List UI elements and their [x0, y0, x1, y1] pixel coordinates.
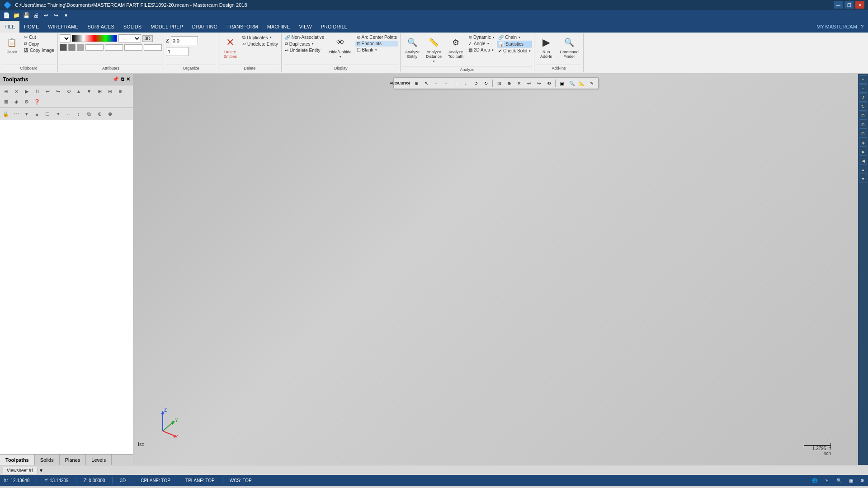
attr-select-1[interactable]: *: [60, 34, 71, 42]
tp2-btn-9[interactable]: ⧉: [84, 109, 94, 119]
status-zoom[interactable]: 🔍: [836, 478, 842, 483]
qa-undo[interactable]: ↩: [42, 11, 51, 20]
tp2-btn-10[interactable]: ⊕: [94, 109, 104, 119]
tp-btn-4[interactable]: ⏸: [32, 86, 42, 96]
tp-btn-8[interactable]: ▲: [74, 86, 84, 96]
cmd-btn-11[interactable]: ✕: [514, 79, 524, 88]
duplicates-display-button[interactable]: ⧉ Duplicates ▾: [283, 41, 326, 47]
z-value-input[interactable]: [171, 36, 198, 45]
cmd-btn-4[interactable]: →: [442, 79, 451, 88]
cmd-btn-3[interactable]: ←: [432, 79, 441, 88]
cmd-btn-16[interactable]: 🔍: [567, 79, 576, 88]
tab-levels[interactable]: Levels: [86, 455, 112, 465]
qa-save[interactable]: 💾: [22, 11, 31, 20]
angle-button[interactable]: ∠ Angle ▾: [467, 41, 496, 47]
tp-btn-2[interactable]: ✕: [11, 86, 21, 96]
rp-btn-3[interactable]: ↺: [859, 94, 867, 102]
copy-button[interactable]: ⧉ Copy: [23, 41, 56, 47]
menu-drafting[interactable]: DRAFTING: [188, 21, 222, 33]
cmd-autocursor[interactable]: AutoCursor: [396, 79, 405, 88]
rp-btn-12[interactable]: ▼: [859, 175, 867, 183]
tp-btn-1[interactable]: ⊕: [1, 86, 11, 96]
chain-button[interactable]: 🔗 Chain ▾: [497, 34, 532, 40]
attr-input[interactable]: [85, 44, 104, 51]
dynamic-button[interactable]: ≋ Dynamic ▾: [467, 34, 496, 40]
endpoints-button[interactable]: ⊡ Endpoints: [355, 41, 398, 47]
maximize-button[interactable]: ❐: [844, 1, 854, 9]
qa-new[interactable]: 📄: [2, 11, 11, 20]
menu-solids[interactable]: SOLIDS: [119, 21, 146, 33]
tp2-btn-4[interactable]: ▴: [32, 109, 42, 119]
tp2-btn-1[interactable]: 🔒: [1, 109, 11, 119]
status-cplane[interactable]: CPLANE: TOP: [141, 478, 170, 483]
rp-btn-9[interactable]: ▶: [859, 148, 867, 156]
menu-view[interactable]: VIEW: [295, 21, 316, 33]
status-globe[interactable]: 🌐: [812, 478, 817, 483]
cmd-btn-1[interactable]: ⊕: [412, 79, 421, 88]
menu-modelprep[interactable]: MODEL PREP: [146, 21, 188, 33]
tp2-btn-5[interactable]: ☐: [42, 109, 52, 119]
tp-btn-13[interactable]: ⊠: [1, 97, 11, 107]
cmd-btn-9[interactable]: ⊡: [495, 79, 504, 88]
qa-redo[interactable]: ↪: [52, 11, 61, 20]
qa-open[interactable]: 📁: [12, 11, 21, 20]
tp-btn-16[interactable]: ❓: [32, 97, 42, 107]
close-button[interactable]: ✕: [855, 1, 864, 9]
2d-area-button[interactable]: ▦ 2D Area ▾: [467, 47, 496, 53]
non-associative-button[interactable]: 🔗 Non-Associative: [283, 34, 326, 40]
tp-btn-10[interactable]: ⊞: [94, 86, 104, 96]
check-solid-button[interactable]: ✔ Check Solid ▾: [497, 48, 532, 54]
viewsheet-tab-1[interactable]: Viewsheet #1: [3, 467, 38, 474]
tab-toolpaths[interactable]: Toolpaths: [0, 455, 35, 465]
cmd-btn-18[interactable]: ✎: [587, 79, 596, 88]
cmd-btn-15[interactable]: ▣: [557, 79, 566, 88]
rp-btn-2[interactable]: −: [859, 84, 867, 93]
tp-btn-6[interactable]: ↪: [53, 86, 63, 96]
status-grid[interactable]: ▦: [849, 478, 853, 483]
arc-center-points-button[interactable]: ⊙ Arc Center Points: [355, 34, 398, 40]
tp-close-button[interactable]: ✕: [126, 76, 130, 82]
cut-button[interactable]: ✂ Cut: [23, 34, 56, 40]
tp-btn-5[interactable]: ↩: [42, 86, 52, 96]
autocursor-arrow[interactable]: ▾: [406, 81, 408, 85]
rp-btn-8[interactable]: ◈: [859, 139, 867, 147]
rp-btn-6[interactable]: ⊞: [859, 121, 867, 129]
statistics-button[interactable]: 📊 Statistics: [497, 41, 532, 47]
analyze-entity-button[interactable]: 🔍 AnalyzeEntity: [402, 34, 422, 61]
cmd-btn-13[interactable]: ↪: [534, 79, 543, 88]
hide-unhide-button[interactable]: 👁 Hide/Unhide ▾: [326, 34, 354, 61]
qa-extra[interactable]: ▾: [61, 11, 71, 20]
command-finder-button[interactable]: 🔍 CommandFinder: [557, 34, 581, 61]
tp-btn-9[interactable]: ▼: [84, 86, 94, 96]
color-swatch[interactable]: [60, 44, 67, 51]
status-mode[interactable]: 3D: [120, 478, 126, 483]
menu-wireframe[interactable]: WIREFRAME: [43, 21, 83, 33]
cmd-btn-6[interactable]: ↓: [462, 79, 471, 88]
my-mastercam-link[interactable]: MY MASTERCAM: [816, 24, 857, 29]
run-addin-button[interactable]: ▶ RunAdd-In: [536, 34, 556, 61]
menu-transform[interactable]: TRANSFORM: [222, 21, 263, 33]
tp-pin-button[interactable]: 📌: [113, 76, 119, 82]
paste-button[interactable]: 📋 Paste: [2, 34, 22, 56]
spin-input[interactable]: [166, 47, 189, 56]
tp2-btn-8[interactable]: ↕: [74, 109, 84, 119]
blank-button[interactable]: ☐ Blank ▾: [355, 47, 398, 53]
menu-home[interactable]: HOME: [19, 21, 43, 33]
rp-btn-5[interactable]: ⊡: [859, 112, 867, 120]
cmd-btn-5[interactable]: ↑: [452, 79, 461, 88]
cmd-btn-14[interactable]: ⟲: [544, 79, 553, 88]
analyze-toolpath-button[interactable]: ⚙ AnalyzeToolpath: [445, 34, 466, 61]
status-tplane[interactable]: TPLANE: TOP: [185, 478, 215, 483]
cmd-btn-17[interactable]: 📐: [577, 79, 586, 88]
analyze-distance-button[interactable]: 📏 AnalyzeDistance ▾: [423, 34, 444, 65]
window-controls[interactable]: — ❐ ✕: [834, 1, 864, 9]
help-button[interactable]: ?: [861, 24, 863, 29]
delete-entities-button[interactable]: ✕ DeleteEntities: [220, 34, 240, 61]
tp2-btn-6[interactable]: ✦: [53, 109, 63, 119]
viewport[interactable]: AutoCursor ▾ ⊕ ↖ ← → ↑ ↓ ↺ ↻ ⊡ ⊕ ✕ ↩ ↪ ⟲…: [133, 74, 858, 465]
undelete-entity-button[interactable]: ↩ Undelete Entity: [241, 41, 279, 47]
tp-btn-12[interactable]: ≡: [115, 86, 125, 96]
qa-print[interactable]: 🖨: [32, 11, 41, 20]
status-wcs[interactable]: WCS: TOP: [230, 478, 252, 483]
tp-btn-11[interactable]: ⊟: [105, 86, 115, 96]
